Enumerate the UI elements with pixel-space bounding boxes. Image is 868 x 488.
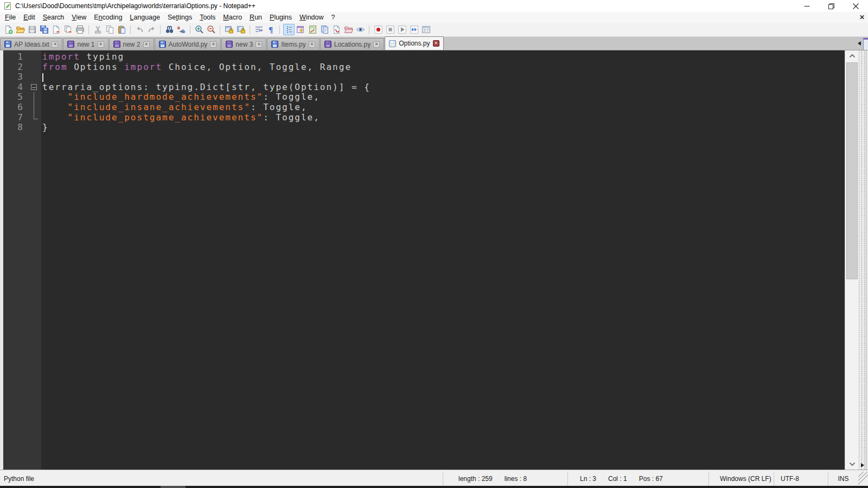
- tab-close-icon[interactable]: ✕: [256, 41, 262, 48]
- fold-guide-corner: [34, 119, 38, 119]
- cut-icon[interactable]: [92, 24, 104, 35]
- find-icon[interactable]: [164, 24, 175, 35]
- close-icon[interactable]: [50, 24, 62, 35]
- scrollbar-track[interactable]: [845, 61, 859, 459]
- fold-guide-line: [34, 92, 34, 102]
- tab-new-1[interactable]: new 1✕: [63, 38, 108, 50]
- code-text: from Options import Choice, Option, Togg…: [41, 62, 352, 73]
- line-number: 1: [3, 52, 27, 62]
- toolbar-separator: [130, 25, 131, 34]
- code-line: 7 "include_postgame_achievements": Toggl…: [3, 113, 845, 123]
- sync-scroll-horizontal-icon[interactable]: [235, 24, 247, 35]
- play-macro-icon[interactable]: [397, 24, 408, 35]
- panel-splitter[interactable]: [859, 50, 866, 470]
- code-text: "include_insane_achievements": Toggle,: [41, 102, 308, 113]
- scroll-down-icon[interactable]: [845, 459, 859, 470]
- zoom-out-icon[interactable]: [206, 24, 217, 35]
- user-defined-language-icon[interactable]: [331, 24, 342, 35]
- menu-item-help[interactable]: ?: [328, 12, 339, 22]
- menu-item-macro[interactable]: Macro: [219, 12, 246, 22]
- record-macro-icon[interactable]: [373, 24, 384, 35]
- menu-item-view[interactable]: View: [68, 12, 90, 22]
- fold-guide-line: [34, 113, 34, 119]
- vertical-scrollbar[interactable]: [845, 50, 859, 470]
- open-file-icon[interactable]: [15, 24, 26, 35]
- splitter-arrow-icon[interactable]: [861, 463, 864, 467]
- show-indent-guide-icon[interactable]: [283, 24, 295, 35]
- undo-icon[interactable]: [134, 24, 145, 35]
- menu-item-window[interactable]: Window: [296, 12, 327, 22]
- tab-close-icon[interactable]: ✕: [433, 40, 439, 47]
- close-all-icon[interactable]: [62, 24, 74, 35]
- tab-ap-ideas-txt[interactable]: AP Ideas.txt✕: [0, 38, 62, 50]
- text-editor[interactable]: 1import typing2from Options import Choic…: [3, 50, 845, 470]
- fold-margin[interactable]: –: [27, 82, 41, 93]
- view-monitoring-icon[interactable]: [355, 24, 366, 35]
- tab-label: AP Ideas.txt: [14, 41, 49, 48]
- menu-item-tools[interactable]: Tools: [196, 12, 219, 22]
- save-all-icon[interactable]: [39, 24, 50, 35]
- status-cursor-position-value: Pos : 67: [639, 475, 663, 483]
- menu-item-search[interactable]: Search: [39, 12, 68, 22]
- tab-close-icon[interactable]: ✕: [98, 41, 104, 48]
- sync-scroll-vertical-icon[interactable]: [224, 24, 235, 35]
- new-file-icon[interactable]: [3, 24, 14, 35]
- tab-new-2[interactable]: new 2✕: [109, 38, 154, 50]
- stop-macro-icon[interactable]: [385, 24, 396, 35]
- tab-scroll-left-icon[interactable]: [858, 41, 861, 46]
- replace-icon[interactable]: ab: [176, 24, 187, 35]
- document-map-icon[interactable]: [307, 24, 318, 35]
- run-macro-multiple-icon[interactable]: [409, 24, 420, 35]
- menu-item-plugins[interactable]: Plugins: [266, 12, 296, 22]
- paste-icon[interactable]: [116, 24, 127, 35]
- close-document-x-icon[interactable]: ✕: [859, 14, 865, 21]
- document-list-icon[interactable]: [319, 24, 330, 35]
- menu-item-edit[interactable]: Edit: [20, 12, 39, 22]
- tab-autoworld-py[interactable]: AutoWorld.py✕: [155, 38, 221, 50]
- print-icon[interactable]: [74, 24, 86, 35]
- menu-item-file[interactable]: File: [1, 12, 20, 22]
- restore-button[interactable]: [819, 0, 844, 12]
- minimize-button[interactable]: [795, 0, 819, 12]
- word-wrap-icon[interactable]: [253, 24, 265, 35]
- line-number: 8: [3, 123, 27, 133]
- unsaved-file-icon: [67, 41, 74, 48]
- tab-locations-py[interactable]: Locations.py✕: [320, 38, 384, 50]
- tab-close-icon[interactable]: ✕: [52, 41, 58, 48]
- menu-item-encoding[interactable]: Encoding: [90, 12, 126, 22]
- project-panel-icon[interactable]: [343, 24, 354, 35]
- function-list-icon[interactable]: [295, 24, 307, 35]
- save-icon[interactable]: [27, 24, 38, 35]
- scrollbar-thumb[interactable]: [846, 62, 858, 279]
- close-button[interactable]: [844, 0, 868, 12]
- code-text: import typing: [41, 52, 124, 62]
- toolbar-separator: [160, 25, 161, 34]
- tab-close-icon[interactable]: ✕: [143, 41, 150, 48]
- toolbar: ab¶: [0, 23, 868, 37]
- status-document-size: length : 259lines : 8: [443, 472, 568, 486]
- redo-icon[interactable]: [146, 24, 157, 35]
- fold-collapse-icon[interactable]: –: [31, 84, 37, 90]
- show-all-characters-icon[interactable]: ¶: [265, 24, 277, 35]
- copy-icon[interactable]: [104, 24, 116, 35]
- menu-item-settings[interactable]: Settings: [164, 12, 196, 22]
- status-cursor-position: Ln : 3Col : 1Pos : 67: [568, 472, 709, 486]
- tab-options-py[interactable]: Options.py✕: [385, 36, 443, 50]
- fold-margin: [27, 102, 41, 113]
- code-text: "include_hardmode_achievements": Toggle,: [41, 92, 320, 102]
- scroll-up-icon[interactable]: [845, 50, 859, 61]
- tab-new-3[interactable]: new 3✕: [221, 38, 266, 50]
- status-eol-format: Windows (CR LF): [709, 472, 774, 486]
- tab-items-py[interactable]: Items.py✕: [267, 38, 319, 50]
- notepadpp-app-icon: [3, 2, 12, 10]
- menu-item-language[interactable]: Language: [126, 12, 164, 22]
- fold-margin: [27, 72, 41, 82]
- token-txt: : Toggle,: [263, 92, 320, 102]
- save-recorded-macro-icon[interactable]: [420, 24, 432, 35]
- resize-grip[interactable]: [858, 472, 868, 486]
- tab-close-icon[interactable]: ✕: [373, 41, 380, 48]
- menu-item-run[interactable]: Run: [246, 12, 266, 22]
- tab-close-icon[interactable]: ✕: [210, 41, 216, 48]
- tab-close-icon[interactable]: ✕: [309, 41, 315, 48]
- zoom-in-icon[interactable]: [194, 24, 205, 35]
